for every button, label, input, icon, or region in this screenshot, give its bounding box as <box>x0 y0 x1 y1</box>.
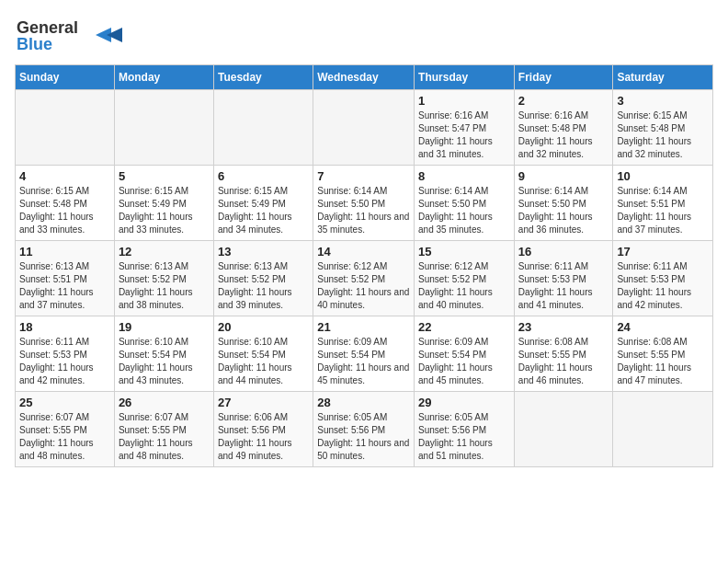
calendar-cell: 26Sunrise: 6:07 AM Sunset: 5:55 PM Dayli… <box>114 392 213 467</box>
week-row-3: 18Sunrise: 6:11 AM Sunset: 5:53 PM Dayli… <box>16 316 713 392</box>
calendar-cell: 27Sunrise: 6:06 AM Sunset: 5:56 PM Dayli… <box>213 392 313 467</box>
day-info: Sunrise: 6:08 AM Sunset: 5:55 PM Dayligh… <box>518 336 609 387</box>
header-saturday: Saturday <box>613 65 713 90</box>
calendar-cell: 8Sunrise: 6:14 AM Sunset: 5:50 PM Daylig… <box>415 166 515 241</box>
week-row-1: 4Sunrise: 6:15 AM Sunset: 5:48 PM Daylig… <box>16 166 713 241</box>
day-number: 16 <box>518 245 609 259</box>
day-info: Sunrise: 6:11 AM Sunset: 5:53 PM Dayligh… <box>19 336 110 387</box>
day-info: Sunrise: 6:15 AM Sunset: 5:49 PM Dayligh… <box>119 185 210 236</box>
day-info: Sunrise: 6:16 AM Sunset: 5:48 PM Dayligh… <box>518 109 609 161</box>
calendar-header-row: SundayMondayTuesdayWednesdayThursdayFrid… <box>16 65 713 90</box>
day-number: 7 <box>317 169 410 183</box>
header-friday: Friday <box>514 65 613 90</box>
svg-text:General: General <box>17 18 78 37</box>
day-number: 17 <box>617 245 709 259</box>
calendar-cell: 14Sunrise: 6:12 AM Sunset: 5:52 PM Dayli… <box>313 241 415 316</box>
svg-text:Blue: Blue <box>17 35 52 53</box>
day-info: Sunrise: 6:15 AM Sunset: 5:49 PM Dayligh… <box>218 185 309 236</box>
day-number: 1 <box>418 94 510 108</box>
day-number: 9 <box>518 169 609 183</box>
day-number: 22 <box>418 320 510 334</box>
calendar-cell: 21Sunrise: 6:09 AM Sunset: 5:54 PM Dayli… <box>313 316 415 392</box>
day-number: 23 <box>518 320 609 334</box>
day-number: 13 <box>218 245 309 259</box>
day-number: 11 <box>19 245 110 259</box>
calendar-cell: 2Sunrise: 6:16 AM Sunset: 5:48 PM Daylig… <box>514 90 613 166</box>
day-number: 15 <box>418 245 510 259</box>
calendar-cell: 11Sunrise: 6:13 AM Sunset: 5:51 PM Dayli… <box>16 241 115 316</box>
calendar-cell: 29Sunrise: 6:05 AM Sunset: 5:56 PM Dayli… <box>415 392 515 467</box>
calendar-cell <box>313 90 415 166</box>
calendar-cell: 23Sunrise: 6:08 AM Sunset: 5:55 PM Dayli… <box>514 316 613 392</box>
day-number: 27 <box>218 396 309 409</box>
calendar-cell: 24Sunrise: 6:08 AM Sunset: 5:55 PM Dayli… <box>613 316 713 392</box>
day-info: Sunrise: 6:16 AM Sunset: 5:47 PM Dayligh… <box>418 109 510 161</box>
calendar-cell <box>114 90 213 166</box>
day-number: 18 <box>19 320 110 334</box>
header-tuesday: Tuesday <box>213 65 313 90</box>
calendar-cell <box>613 392 713 467</box>
header-sunday: Sunday <box>16 65 115 90</box>
day-info: Sunrise: 6:15 AM Sunset: 5:48 PM Dayligh… <box>617 109 709 161</box>
day-info: Sunrise: 6:15 AM Sunset: 5:48 PM Dayligh… <box>19 185 110 236</box>
day-number: 6 <box>218 169 309 183</box>
calendar-cell: 4Sunrise: 6:15 AM Sunset: 5:48 PM Daylig… <box>16 166 115 241</box>
day-number: 2 <box>518 94 609 108</box>
day-number: 25 <box>19 396 110 409</box>
day-number: 26 <box>119 396 210 409</box>
calendar-table: SundayMondayTuesdayWednesdayThursdayFrid… <box>15 64 713 467</box>
day-info: Sunrise: 6:14 AM Sunset: 5:51 PM Dayligh… <box>617 185 709 236</box>
day-info: Sunrise: 6:07 AM Sunset: 5:55 PM Dayligh… <box>19 411 110 463</box>
day-info: Sunrise: 6:05 AM Sunset: 5:56 PM Dayligh… <box>418 411 510 463</box>
day-info: Sunrise: 6:14 AM Sunset: 5:50 PM Dayligh… <box>317 185 410 236</box>
calendar-cell <box>514 392 613 467</box>
calendar-cell: 9Sunrise: 6:14 AM Sunset: 5:50 PM Daylig… <box>514 166 613 241</box>
calendar-cell: 6Sunrise: 6:15 AM Sunset: 5:49 PM Daylig… <box>213 166 313 241</box>
day-info: Sunrise: 6:10 AM Sunset: 5:54 PM Dayligh… <box>119 336 210 387</box>
day-number: 29 <box>418 396 510 409</box>
day-number: 8 <box>418 169 510 183</box>
day-info: Sunrise: 6:13 AM Sunset: 5:51 PM Dayligh… <box>19 260 110 312</box>
day-number: 4 <box>19 169 110 183</box>
calendar-cell <box>16 90 115 166</box>
day-number: 3 <box>617 94 709 108</box>
day-info: Sunrise: 6:12 AM Sunset: 5:52 PM Dayligh… <box>317 260 410 312</box>
calendar-cell: 12Sunrise: 6:13 AM Sunset: 5:52 PM Dayli… <box>114 241 213 316</box>
day-info: Sunrise: 6:06 AM Sunset: 5:56 PM Dayligh… <box>218 411 309 463</box>
day-number: 12 <box>119 245 210 259</box>
header-monday: Monday <box>114 65 213 90</box>
calendar-cell: 25Sunrise: 6:07 AM Sunset: 5:55 PM Dayli… <box>16 392 115 467</box>
day-info: Sunrise: 6:09 AM Sunset: 5:54 PM Dayligh… <box>418 336 510 387</box>
day-number: 21 <box>317 320 410 334</box>
day-info: Sunrise: 6:14 AM Sunset: 5:50 PM Dayligh… <box>418 185 510 236</box>
day-info: Sunrise: 6:11 AM Sunset: 5:53 PM Dayligh… <box>617 260 709 312</box>
week-row-0: 1Sunrise: 6:16 AM Sunset: 5:47 PM Daylig… <box>16 90 713 166</box>
day-info: Sunrise: 6:14 AM Sunset: 5:50 PM Dayligh… <box>518 185 609 236</box>
day-info: Sunrise: 6:08 AM Sunset: 5:55 PM Dayligh… <box>617 336 709 387</box>
day-info: Sunrise: 6:09 AM Sunset: 5:54 PM Dayligh… <box>317 336 410 387</box>
week-row-2: 11Sunrise: 6:13 AM Sunset: 5:51 PM Dayli… <box>16 241 713 316</box>
calendar-cell: 10Sunrise: 6:14 AM Sunset: 5:51 PM Dayli… <box>613 166 713 241</box>
header-thursday: Thursday <box>415 65 515 90</box>
calendar-cell: 13Sunrise: 6:13 AM Sunset: 5:52 PM Dayli… <box>213 241 313 316</box>
day-number: 28 <box>317 396 410 409</box>
calendar-cell: 1Sunrise: 6:16 AM Sunset: 5:47 PM Daylig… <box>415 90 515 166</box>
calendar-cell: 28Sunrise: 6:05 AM Sunset: 5:56 PM Dayli… <box>313 392 415 467</box>
day-number: 14 <box>317 245 410 259</box>
day-info: Sunrise: 6:11 AM Sunset: 5:53 PM Dayligh… <box>518 260 609 312</box>
header-wednesday: Wednesday <box>313 65 415 90</box>
calendar-cell: 22Sunrise: 6:09 AM Sunset: 5:54 PM Dayli… <box>415 316 515 392</box>
calendar-cell: 19Sunrise: 6:10 AM Sunset: 5:54 PM Dayli… <box>114 316 213 392</box>
calendar-cell <box>213 90 313 166</box>
day-number: 19 <box>119 320 210 334</box>
calendar-cell: 3Sunrise: 6:15 AM Sunset: 5:48 PM Daylig… <box>613 90 713 166</box>
day-info: Sunrise: 6:12 AM Sunset: 5:52 PM Dayligh… <box>418 260 510 312</box>
day-number: 20 <box>218 320 309 334</box>
day-number: 24 <box>617 320 709 334</box>
calendar-cell: 15Sunrise: 6:12 AM Sunset: 5:52 PM Dayli… <box>415 241 515 316</box>
calendar-cell: 20Sunrise: 6:10 AM Sunset: 5:54 PM Dayli… <box>213 316 313 392</box>
calendar-cell: 16Sunrise: 6:11 AM Sunset: 5:53 PM Dayli… <box>514 241 613 316</box>
calendar-cell: 17Sunrise: 6:11 AM Sunset: 5:53 PM Dayli… <box>613 241 713 316</box>
calendar-body: 1Sunrise: 6:16 AM Sunset: 5:47 PM Daylig… <box>16 90 713 467</box>
day-info: Sunrise: 6:13 AM Sunset: 5:52 PM Dayligh… <box>119 260 210 312</box>
